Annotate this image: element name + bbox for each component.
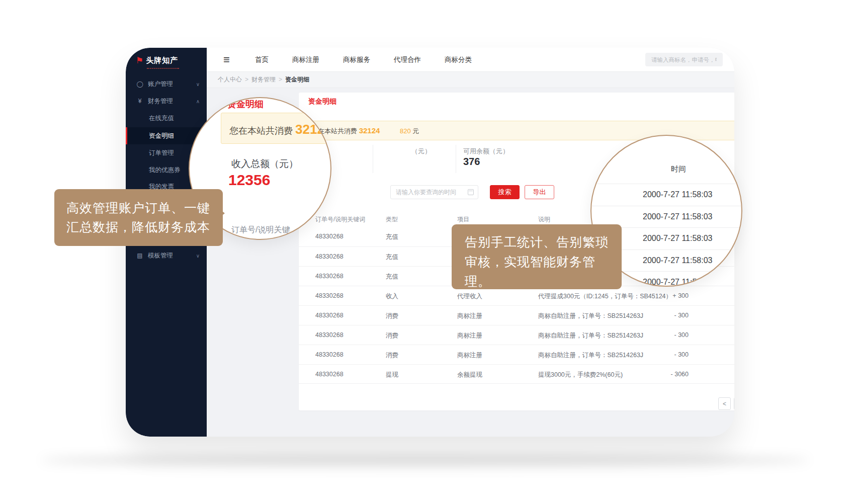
sidebar-item-账户管理[interactable]: ◯账户管理∨ — [126, 75, 207, 93]
cell-type: 充值 — [386, 233, 398, 241]
cell-order: 48330268 — [315, 273, 344, 280]
cell-balance: ¥ 12231 — [711, 292, 734, 299]
header-order: 订单号/说明关键词 — [315, 215, 365, 224]
magnified-row-divider — [591, 206, 742, 206]
export-button[interactable]: 导出 — [525, 185, 554, 199]
magnified-banner-prefix: 您在本站共消费 — [229, 126, 293, 136]
chevron-down-icon: ∨ — [388, 215, 391, 220]
sidebar-item-label: 账户管理 — [148, 80, 173, 89]
table-row: 48330268提现余额提现提现3000元，手续费2%(60元)- 3060¥ … — [299, 364, 734, 384]
flag-logo-icon: ⚑ — [136, 56, 143, 65]
sidebar-item-label: 财务管理 — [148, 97, 173, 106]
top-nav-links: 首页商标注册商标服务代理合作商标分类 — [255, 48, 472, 71]
cell-amount: - 300 — [638, 351, 689, 358]
magnified-row-divider — [591, 184, 742, 184]
callout-left-line2: 汇总数据，降低财务成本 — [66, 220, 210, 234]
cell-amount: - 300 — [638, 312, 689, 319]
cell-amount: - 300 — [638, 331, 689, 339]
table-row: 48330268消费商标注册商标自助注册，订单号：SB2514263J- 300… — [299, 305, 734, 325]
sidebar-item-label: 我的优惠券 — [149, 166, 181, 175]
cell-type: 收入 — [386, 292, 398, 301]
magnified-order-header: 订单号/说明关键 — [231, 225, 290, 235]
time-query-input[interactable] — [390, 185, 478, 199]
cell-order: 48330268 — [315, 371, 344, 378]
callout-left-line1: 高效管理账户订单、一键 — [66, 201, 210, 215]
cell-balance: ¥ 12231 — [711, 351, 734, 358]
cell-order: 48330268 — [315, 312, 344, 319]
chevron-down-icon: ∨ — [459, 215, 463, 220]
brand-name: 头牌知产 — [146, 56, 178, 65]
cell-order: 48330268 — [315, 253, 344, 260]
breadcrumb-separator: > — [279, 76, 282, 83]
cell-type: 充值 — [386, 273, 398, 281]
callout-right-line3: 理。 — [465, 274, 491, 288]
logo-subtext-decoration — [147, 68, 179, 69]
tab-funds-detail[interactable]: 资金明细 — [308, 97, 336, 106]
cell-desc: 商标自助注册，订单号：SB2514263J — [538, 312, 643, 320]
brand-logo: ⚑ 头牌知产 — [136, 56, 178, 65]
template-icon: ▤ — [136, 252, 144, 259]
cell-type: 充值 — [386, 253, 398, 262]
table-row: 48330268消费商标注册商标自助注册，订单号：SB2514263J- 300… — [299, 325, 734, 345]
stat-divider — [456, 145, 456, 173]
cell-amount: - 3060 — [638, 371, 689, 378]
hamburger-menu-icon[interactable]: ≡ — [223, 53, 230, 66]
cell-desc: 商标自助注册，订单号：SB2514263J — [538, 331, 643, 340]
nav-link-1[interactable]: 首页 — [255, 55, 269, 64]
nav-link-3[interactable]: 商标服务 — [343, 55, 370, 64]
nav-link-2[interactable]: 商标注册 — [292, 55, 319, 64]
magnified-time-value: 2000-7-27 11:58:03 — [643, 212, 712, 221]
table-row: 48330268消费商标注册商标自助注册，订单号：SB2514263J- 300… — [299, 345, 734, 364]
breadcrumb-item[interactable]: 个人中心 — [218, 76, 242, 83]
breadcrumb-item-current: 资金明细 — [285, 76, 309, 83]
chevron-up-icon: ∧ — [196, 99, 200, 104]
nav-link-5[interactable]: 商标分类 — [445, 55, 472, 64]
balance-label: 可用余额（元） — [463, 147, 509, 156]
header-desc: 说明 — [538, 215, 550, 224]
callout-left: 高效管理账户订单、一键 汇总数据，降低财务成本 — [54, 189, 223, 246]
breadcrumb: 个人中心>财务管理>资金明细 — [218, 75, 309, 84]
cell-project: 商标注册 — [457, 351, 482, 360]
callout-right-line2: 审核，实现智能财务管 — [465, 255, 595, 269]
magnified-income-label: 收入总额（元） — [231, 157, 298, 171]
sidebar-item-财务管理[interactable]: ¥财务管理∧ — [126, 93, 207, 110]
sidebar-item-label: 模板管理 — [148, 251, 173, 260]
laptop-base-shadow — [40, 455, 810, 466]
sidebar-item-模板管理[interactable]: ▤模板管理∨ — [126, 247, 207, 264]
breadcrumb-bar: 个人中心>财务管理>资金明细 — [207, 71, 734, 88]
callout-right-line1: 告别手工统计、告别繁琐 — [465, 235, 609, 249]
search-button[interactable]: 搜索 — [490, 185, 520, 199]
magnified-time-header: 时间 — [671, 164, 686, 174]
stat-divider — [373, 145, 373, 173]
chevron-down-icon: ∨ — [196, 253, 200, 259]
magnified-income-value: 12356 — [228, 172, 270, 189]
cell-balance: ¥ 12231 — [711, 312, 734, 319]
banner-amount-tail: 820 元 — [400, 127, 419, 136]
cell-project: 商标注册 — [457, 331, 482, 340]
cell-desc: 商标自助注册，订单号：SB2514263J — [538, 351, 643, 360]
cell-project: 余额提现 — [457, 371, 482, 379]
cell-order: 48330268 — [315, 351, 344, 358]
screenshot-canvas: ≡ 首页商标注册商标服务代理合作商标分类 个人中心>财务管理>资金明细 资金明细… — [0, 0, 853, 504]
magnified-time-value: 2000-7-27 11:58:03 — [643, 234, 712, 243]
page-button-1[interactable]: 1 — [734, 397, 734, 410]
sidebar-item-label: 在线充值 — [149, 114, 174, 123]
user-icon: ◯ — [136, 80, 144, 88]
expense-label-fragment: （元） — [411, 147, 431, 156]
breadcrumb-separator: > — [245, 76, 248, 83]
trademark-search-input[interactable] — [645, 53, 723, 66]
cell-order: 48330268 — [315, 233, 344, 240]
breadcrumb-item[interactable]: 财务管理 — [251, 76, 276, 83]
cell-type: 提现 — [386, 371, 398, 379]
magnified-time-value: 2000-7-27 11:58:03 — [643, 256, 712, 265]
cell-desc: 提现3000元，手续费2%(60元) — [538, 371, 623, 379]
nav-link-4[interactable]: 代理合作 — [394, 55, 421, 64]
page-prev-button[interactable]: < — [718, 397, 731, 410]
cell-order: 48330268 — [315, 331, 344, 339]
sidebar-item-在线充值[interactable]: 在线充值 — [126, 110, 207, 127]
cell-balance: ¥ 12231 — [711, 331, 734, 339]
calendar-icon[interactable] — [468, 189, 474, 195]
cell-type: 消费 — [386, 331, 398, 340]
pagination: <12345> — [718, 397, 734, 410]
cell-project: 商标注册 — [457, 312, 482, 320]
